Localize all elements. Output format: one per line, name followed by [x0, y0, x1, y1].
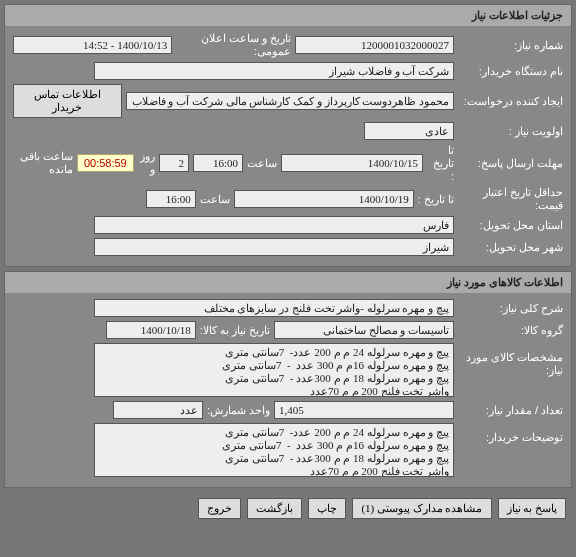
print-button[interactable]: چاپ [308, 498, 346, 519]
need-date-label: تاریخ نیاز به کالا: [200, 324, 270, 337]
priority-label: اولویت نیاز : [458, 125, 563, 138]
province-label: استان محل تحویل: [458, 219, 563, 232]
countdown-timer: 00:58:59 [77, 154, 134, 172]
attachments-button[interactable]: مشاهده مدارک پیوستی (1) [352, 498, 491, 519]
buyer-notes-label: توضیحات خریدار: [458, 423, 563, 444]
validity-time-input[interactable] [146, 190, 196, 208]
requester-label: ایجاد کننده درخواست: [458, 95, 563, 108]
spec-label: مشخصات کالای مورد نیاز: [458, 343, 563, 377]
back-button[interactable]: بازگشت [247, 498, 302, 519]
need-date-input[interactable] [106, 321, 196, 339]
qty-input[interactable] [274, 401, 454, 419]
need-number-label: شماره نیاز: [458, 39, 563, 52]
panel1-header: جزئیات اطلاعات نیاز [5, 5, 571, 26]
buyer-contact-button[interactable]: اطلاعات تماس خریدار [13, 84, 122, 118]
reply-to-date-input[interactable] [281, 154, 423, 172]
province-input[interactable] [94, 216, 454, 234]
priority-input[interactable] [364, 122, 454, 140]
days-and-text: روز و [138, 150, 155, 176]
city-input[interactable] [94, 238, 454, 256]
remaining-text: ساعت باقی مانده [13, 150, 73, 176]
group-input[interactable] [274, 321, 454, 339]
validity-label: حداقل تاریخ اعتبار قیمت: [458, 186, 563, 212]
group-label: گروه کالا: [458, 324, 563, 337]
reply-time-input[interactable] [193, 154, 243, 172]
panel2-header: اطلاعات کالاهای مورد نیاز [5, 272, 571, 293]
validity-date-input[interactable] [234, 190, 414, 208]
to-date-label-1: تا تاریخ : [427, 144, 454, 182]
public-date-input[interactable] [13, 36, 172, 54]
qty-label: تعداد / مقدار نیاز: [458, 404, 563, 417]
goods-info-panel: اطلاعات کالاهای مورد نیاز شرح کلی نیاز: … [4, 271, 572, 488]
to-date-label-2: تا تاریخ : [418, 193, 454, 206]
need-number-input[interactable] [295, 36, 454, 54]
need-details-panel: جزئیات اطلاعات نیاز شماره نیاز: تاریخ و … [4, 4, 572, 267]
spec-textarea[interactable] [94, 343, 454, 397]
time-label-1: ساعت [247, 157, 277, 170]
buyer-org-input[interactable] [94, 62, 454, 80]
summary-input[interactable] [94, 299, 454, 317]
unit-input[interactable] [113, 401, 203, 419]
city-label: شهر محل تحویل: [458, 241, 563, 254]
exit-button[interactable]: خروج [198, 498, 241, 519]
unit-label: واحد شمارش: [207, 404, 270, 417]
time-label-2: ساعت [200, 193, 230, 206]
summary-label: شرح کلی نیاز: [458, 302, 563, 315]
reply-deadline-label: مهلت ارسال پاسخ: [458, 157, 563, 170]
days-count-input[interactable] [159, 154, 189, 172]
buyer-notes-textarea[interactable] [94, 423, 454, 477]
reply-button[interactable]: پاسخ به نیاز [498, 498, 567, 519]
action-bar: پاسخ به نیاز مشاهده مدارک پیوستی (1) چاپ… [0, 492, 576, 525]
buyer-org-label: نام دستگاه خریدار: [458, 65, 563, 78]
requester-input[interactable] [126, 92, 454, 110]
public-date-label: تاریخ و ساعت اعلان عمومی: [176, 32, 290, 58]
